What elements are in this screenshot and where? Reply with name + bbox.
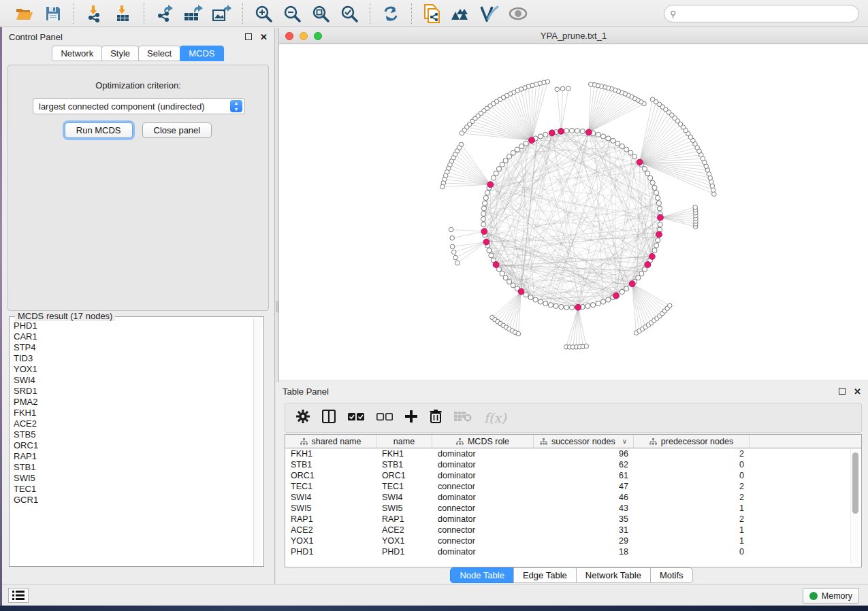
table-cell[interactable]: YOX1 — [285, 535, 376, 546]
ring-node[interactable] — [489, 253, 494, 258]
mcds-result-item[interactable]: CAR1 — [14, 331, 253, 342]
run-mcds-button[interactable]: Run MCDS — [65, 122, 133, 138]
ring-node[interactable] — [503, 158, 508, 163]
ring-node[interactable] — [569, 128, 574, 133]
mcds-result-item[interactable]: STB5 — [14, 429, 253, 440]
ring-node[interactable] — [559, 304, 564, 309]
table-cell[interactable]: 1 — [634, 525, 750, 535]
tab-network[interactable]: Network — [52, 46, 102, 61]
mcds-result-item[interactable]: SWI5 — [14, 473, 253, 484]
ring-node[interactable] — [548, 303, 553, 308]
table-row[interactable]: ORC1ORC1dominator610 — [285, 470, 861, 481]
ring-node[interactable] — [575, 129, 579, 133]
mcds-hub-node[interactable] — [487, 182, 494, 188]
zoom-selected-icon[interactable] — [337, 3, 361, 24]
table-cell[interactable]: 62 — [534, 459, 634, 470]
mcds-result-item[interactable]: PHD1 — [14, 320, 253, 331]
table-cell[interactable]: TEC1 — [285, 481, 376, 492]
function-builder-icon[interactable]: f(x) — [484, 410, 507, 425]
mcds-hub-node[interactable] — [656, 231, 662, 237]
ring-node[interactable] — [632, 154, 637, 159]
ring-node[interactable] — [538, 299, 543, 304]
table-cell[interactable]: 2 — [634, 448, 750, 459]
table-cell[interactable]: TEC1 — [376, 481, 432, 492]
satellite-node[interactable] — [449, 227, 453, 232]
ring-node[interactable] — [639, 271, 644, 276]
export-table-icon[interactable] — [181, 3, 206, 24]
mcds-hub-node[interactable] — [481, 229, 487, 235]
mcds-result-item[interactable]: STB1 — [14, 462, 253, 473]
ring-node[interactable] — [511, 150, 515, 155]
table-cell[interactable]: dominator — [432, 459, 534, 470]
table-row[interactable]: YOX1YOX1connector291 — [285, 535, 861, 546]
table-cell[interactable]: 2 — [634, 481, 750, 492]
ring-node[interactable] — [652, 185, 657, 190]
table-cell[interactable]: SWI4 — [285, 492, 376, 503]
zoom-in-icon[interactable] — [251, 3, 276, 24]
table-cell[interactable]: ORC1 — [376, 470, 432, 481]
mcds-result-item[interactable]: RAP1 — [14, 451, 253, 462]
search-input[interactable] — [677, 9, 840, 19]
satellite-node[interactable] — [555, 87, 560, 92]
mcds-result-item[interactable]: ORC1 — [14, 440, 253, 451]
tab-select[interactable]: Select — [138, 46, 180, 61]
mcds-hub-node[interactable] — [629, 281, 635, 287]
mcds-result-item[interactable]: STP4 — [14, 342, 253, 353]
satellite-node[interactable] — [693, 205, 698, 210]
ring-node[interactable] — [538, 134, 543, 139]
tab-mcds[interactable]: MCDS — [180, 46, 223, 61]
zoom-fit-icon[interactable] — [308, 3, 333, 24]
ring-node[interactable] — [600, 299, 605, 304]
mcds-hub-node[interactable] — [585, 129, 592, 135]
ring-node[interactable] — [553, 303, 558, 308]
ring-node[interactable] — [620, 289, 624, 294]
ring-node[interactable] — [507, 279, 511, 284]
mcds-result-item[interactable]: SWI4 — [14, 375, 253, 386]
table-cell[interactable]: SWI5 — [285, 503, 376, 514]
table-row[interactable]: FKH1FKH1dominator962 — [285, 448, 861, 459]
table-cell[interactable]: RAP1 — [376, 514, 432, 525]
ring-node[interactable] — [481, 206, 486, 211]
mcds-result-item[interactable]: SRD1 — [14, 386, 253, 397]
table-cell[interactable]: 47 — [534, 481, 634, 492]
satellite-node[interactable] — [440, 184, 445, 189]
table-scrollbar[interactable] — [850, 450, 859, 564]
ring-node[interactable] — [615, 141, 620, 146]
ring-node[interactable] — [652, 248, 657, 252]
ring-node[interactable] — [611, 138, 615, 143]
ring-node[interactable] — [656, 238, 660, 243]
ring-node[interactable] — [585, 303, 590, 308]
table-row[interactable]: STB1STB1dominator620 — [285, 459, 861, 470]
ring-node[interactable] — [515, 147, 519, 152]
table-row[interactable]: PHD1PHD1dominator180 — [285, 546, 861, 557]
close-table-panel-icon[interactable]: ✕ — [854, 386, 861, 397]
mcds-result-item[interactable]: YOX1 — [14, 364, 253, 375]
ring-node[interactable] — [511, 283, 515, 288]
satellite-node[interactable] — [566, 86, 571, 91]
mcds-hub-node[interactable] — [649, 254, 655, 260]
ring-node[interactable] — [658, 222, 662, 227]
satellite-node[interactable] — [584, 344, 589, 348]
table-cell[interactable]: 2 — [634, 492, 750, 503]
table-row[interactable]: RAP1RAP1dominator352 — [285, 514, 861, 525]
export-network-icon[interactable] — [152, 3, 177, 24]
table-scrollbar-thumb[interactable] — [852, 452, 858, 514]
ring-node[interactable] — [642, 167, 647, 171]
tab-network-table[interactable]: Network Table — [576, 567, 651, 583]
ring-node[interactable] — [543, 132, 548, 137]
table-cell[interactable]: 1 — [634, 503, 750, 514]
mcds-hub-node[interactable] — [518, 288, 524, 295]
export-image-icon[interactable] — [210, 3, 234, 24]
table-cell[interactable]: 29 — [534, 535, 634, 546]
satellite-node[interactable] — [589, 82, 594, 87]
clone-network-icon[interactable] — [420, 3, 445, 24]
mcds-result-item[interactable]: GCR1 — [14, 495, 253, 506]
ring-node[interactable] — [528, 295, 533, 300]
table-cell[interactable]: SWI4 — [376, 492, 432, 503]
table-cell[interactable]: 2 — [634, 514, 750, 525]
open-file-icon[interactable] — [12, 3, 37, 24]
save-session-icon[interactable] — [41, 3, 65, 24]
select-all-columns-icon[interactable] — [348, 412, 364, 424]
close-panel-icon[interactable]: ✕ — [260, 32, 268, 42]
mcds-result-item[interactable]: FKH1 — [14, 408, 253, 418]
